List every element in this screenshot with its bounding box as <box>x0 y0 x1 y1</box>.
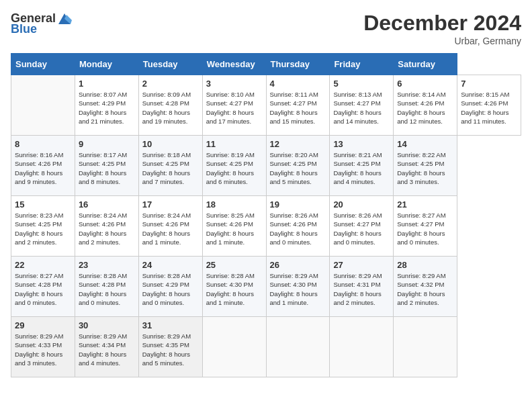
logo: General Blue <box>11 11 72 35</box>
day-number: 17 <box>142 199 199 210</box>
day-info: Sunrise: 8:24 AM Sunset: 4:26 PM Dayligh… <box>79 212 127 246</box>
day-cell: 4Sunrise: 8:11 AM Sunset: 4:27 PM Daylig… <box>266 75 330 136</box>
day-cell: 9Sunrise: 8:17 AM Sunset: 4:25 PM Daylig… <box>75 136 138 196</box>
day-cell: 30Sunrise: 8:29 AM Sunset: 4:34 PM Dayli… <box>75 317 138 377</box>
location-subtitle: Urbar, Germany <box>363 36 521 46</box>
col-header-friday: Friday <box>330 54 394 75</box>
day-info: Sunrise: 8:19 AM Sunset: 4:25 PM Dayligh… <box>206 151 255 185</box>
day-number: 29 <box>15 320 71 330</box>
day-number: 6 <box>397 79 453 89</box>
week-row-3: 15Sunrise: 8:23 AM Sunset: 4:25 PM Dayli… <box>11 196 521 257</box>
page-header: General Blue December 2024 Urbar, German… <box>11 11 521 46</box>
day-number: 15 <box>15 199 71 210</box>
day-info: Sunrise: 8:29 AM Sunset: 4:30 PM Dayligh… <box>270 272 318 306</box>
day-cell: 23Sunrise: 8:28 AM Sunset: 4:28 PM Dayli… <box>75 257 138 317</box>
day-cell: 16Sunrise: 8:24 AM Sunset: 4:26 PM Dayli… <box>75 196 138 257</box>
day-number: 13 <box>333 139 390 149</box>
col-header-monday: Monday <box>75 54 138 75</box>
day-info: Sunrise: 8:27 AM Sunset: 4:27 PM Dayligh… <box>397 212 445 246</box>
day-cell: 5Sunrise: 8:13 AM Sunset: 4:27 PM Daylig… <box>330 75 394 136</box>
day-info: Sunrise: 8:15 AM Sunset: 4:26 PM Dayligh… <box>461 91 509 125</box>
logo-blue-text: Blue <box>11 23 37 35</box>
day-number: 21 <box>397 199 453 210</box>
day-number: 22 <box>15 260 71 270</box>
calendar-header: SundayMondayTuesdayWednesdayThursdayFrid… <box>11 54 521 75</box>
day-number: 1 <box>79 79 135 89</box>
day-info: Sunrise: 8:29 AM Sunset: 4:31 PM Dayligh… <box>333 272 382 306</box>
day-number: 11 <box>206 139 263 149</box>
day-number: 30 <box>79 320 135 330</box>
calendar-table: SundayMondayTuesdayWednesdayThursdayFrid… <box>11 53 521 377</box>
week-row-1: 1Sunrise: 8:07 AM Sunset: 4:29 PM Daylig… <box>11 75 521 136</box>
day-number: 28 <box>397 260 453 270</box>
week-row-4: 22Sunrise: 8:27 AM Sunset: 4:28 PM Dayli… <box>11 257 521 317</box>
day-info: Sunrise: 8:28 AM Sunset: 4:29 PM Dayligh… <box>142 272 191 306</box>
day-cell: 25Sunrise: 8:28 AM Sunset: 4:30 PM Dayli… <box>202 257 266 317</box>
day-cell: 14Sunrise: 8:22 AM Sunset: 4:25 PM Dayli… <box>394 136 457 196</box>
day-cell: 7Sunrise: 8:15 AM Sunset: 4:26 PM Daylig… <box>457 75 521 136</box>
day-cell: 20Sunrise: 8:26 AM Sunset: 4:27 PM Dayli… <box>330 196 394 257</box>
day-cell: 21Sunrise: 8:27 AM Sunset: 4:27 PM Dayli… <box>394 196 457 257</box>
day-cell: 31Sunrise: 8:29 AM Sunset: 4:35 PM Dayli… <box>138 317 202 377</box>
col-header-saturday: Saturday <box>394 54 457 75</box>
day-info: Sunrise: 8:24 AM Sunset: 4:26 PM Dayligh… <box>142 212 191 246</box>
day-info: Sunrise: 8:07 AM Sunset: 4:29 PM Dayligh… <box>79 91 127 125</box>
day-number: 8 <box>15 139 71 149</box>
day-number: 16 <box>79 199 135 210</box>
day-number: 24 <box>142 260 199 270</box>
day-number: 10 <box>142 139 199 149</box>
day-number: 19 <box>270 199 326 210</box>
day-cell <box>266 317 330 377</box>
day-info: Sunrise: 8:26 AM Sunset: 4:26 PM Dayligh… <box>270 212 318 246</box>
day-info: Sunrise: 8:18 AM Sunset: 4:25 PM Dayligh… <box>142 151 191 185</box>
col-header-tuesday: Tuesday <box>138 54 202 75</box>
day-cell: 29Sunrise: 8:29 AM Sunset: 4:33 PM Dayli… <box>11 317 75 377</box>
logo-icon <box>57 11 72 26</box>
day-info: Sunrise: 8:27 AM Sunset: 4:28 PM Dayligh… <box>15 272 63 306</box>
col-header-wednesday: Wednesday <box>202 54 266 75</box>
day-info: Sunrise: 8:26 AM Sunset: 4:27 PM Dayligh… <box>333 212 382 246</box>
day-info: Sunrise: 8:21 AM Sunset: 4:25 PM Dayligh… <box>333 151 382 185</box>
day-number: 20 <box>333 199 390 210</box>
day-cell: 27Sunrise: 8:29 AM Sunset: 4:31 PM Dayli… <box>330 257 394 317</box>
day-number: 14 <box>397 139 453 149</box>
day-number: 5 <box>333 79 390 89</box>
day-info: Sunrise: 8:29 AM Sunset: 4:33 PM Dayligh… <box>15 332 63 367</box>
week-row-5: 29Sunrise: 8:29 AM Sunset: 4:33 PM Dayli… <box>11 317 521 377</box>
day-number: 4 <box>270 79 326 89</box>
day-number: 31 <box>142 320 199 330</box>
day-number: 27 <box>333 260 390 270</box>
day-cell <box>330 317 394 377</box>
month-title: December 2024 <box>363 11 521 36</box>
day-cell: 12Sunrise: 8:20 AM Sunset: 4:25 PM Dayli… <box>266 136 330 196</box>
day-number: 3 <box>206 79 263 89</box>
day-info: Sunrise: 8:25 AM Sunset: 4:26 PM Dayligh… <box>206 212 255 246</box>
day-info: Sunrise: 8:16 AM Sunset: 4:26 PM Dayligh… <box>15 151 63 185</box>
day-info: Sunrise: 8:10 AM Sunset: 4:27 PM Dayligh… <box>206 91 255 125</box>
calendar-body: 1Sunrise: 8:07 AM Sunset: 4:29 PM Daylig… <box>11 75 521 377</box>
day-cell: 8Sunrise: 8:16 AM Sunset: 4:26 PM Daylig… <box>11 136 75 196</box>
day-info: Sunrise: 8:29 AM Sunset: 4:34 PM Dayligh… <box>79 332 127 367</box>
day-cell: 13Sunrise: 8:21 AM Sunset: 4:25 PM Dayli… <box>330 136 394 196</box>
day-cell: 15Sunrise: 8:23 AM Sunset: 4:25 PM Dayli… <box>11 196 75 257</box>
day-number: 25 <box>206 260 263 270</box>
day-info: Sunrise: 8:13 AM Sunset: 4:27 PM Dayligh… <box>333 91 382 125</box>
day-cell: 18Sunrise: 8:25 AM Sunset: 4:26 PM Dayli… <box>202 196 266 257</box>
day-cell <box>394 317 457 377</box>
day-number: 7 <box>461 79 517 89</box>
day-cell: 2Sunrise: 8:09 AM Sunset: 4:28 PM Daylig… <box>138 75 202 136</box>
day-cell: 11Sunrise: 8:19 AM Sunset: 4:25 PM Dayli… <box>202 136 266 196</box>
day-cell: 17Sunrise: 8:24 AM Sunset: 4:26 PM Dayli… <box>138 196 202 257</box>
day-cell: 6Sunrise: 8:14 AM Sunset: 4:26 PM Daylig… <box>394 75 457 136</box>
day-info: Sunrise: 8:11 AM Sunset: 4:27 PM Dayligh… <box>270 91 318 125</box>
day-cell: 3Sunrise: 8:10 AM Sunset: 4:27 PM Daylig… <box>202 75 266 136</box>
day-info: Sunrise: 8:14 AM Sunset: 4:26 PM Dayligh… <box>397 91 445 125</box>
day-cell: 28Sunrise: 8:29 AM Sunset: 4:32 PM Dayli… <box>394 257 457 317</box>
col-header-thursday: Thursday <box>266 54 330 75</box>
day-info: Sunrise: 8:23 AM Sunset: 4:25 PM Dayligh… <box>15 212 63 246</box>
day-number: 12 <box>270 139 326 149</box>
day-info: Sunrise: 8:09 AM Sunset: 4:28 PM Dayligh… <box>142 91 191 125</box>
day-number: 23 <box>79 260 135 270</box>
day-info: Sunrise: 8:29 AM Sunset: 4:32 PM Dayligh… <box>397 272 445 306</box>
day-info: Sunrise: 8:20 AM Sunset: 4:25 PM Dayligh… <box>270 151 318 185</box>
